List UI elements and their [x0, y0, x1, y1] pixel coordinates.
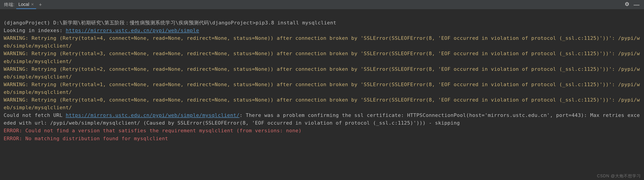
terminal-tab-local[interactable]: Local ✕ [16, 1, 36, 9]
terminal-label: 终端: [2, 2, 16, 8]
gear-icon[interactable] [624, 2, 630, 8]
close-icon[interactable]: ✕ [31, 2, 34, 7]
warning-line: WARNING: Retrying (Retry(total=4, connec… [4, 35, 640, 49]
watermark: CSDN @大炮不想学习 [597, 173, 641, 179]
terminal-tabbar: 终端: Local ✕ + — [0, 0, 644, 10]
error-line: ERROR: No matching distribution found fo… [4, 136, 168, 141]
fetch-fail-prefix: Could not fetch URL [4, 112, 66, 118]
fetch-fail-url-link[interactable]: https://mirrors.ustc.edu.cn/pypi/web/sim… [66, 112, 240, 118]
command-line: (djangoProject) D:\新学期\初期研究\第五阶段：慢性病预测系统… [4, 20, 336, 26]
add-tab-button[interactable]: + [36, 2, 44, 8]
index-prefix: Looking in indexes: [4, 28, 66, 33]
tab-label: Local [18, 2, 29, 7]
terminal-panel: 终端: Local ✕ + — (djangoProject) D:\新学期\初… [0, 0, 644, 180]
error-line: ERROR: Could not find a version that sat… [4, 128, 302, 133]
minimize-icon[interactable]: — [634, 2, 640, 8]
warning-line: WARNING: Retrying (Retry(total=3, connec… [4, 51, 640, 64]
warning-line: WARNING: Retrying (Retry(total=1, connec… [4, 82, 640, 95]
terminal-output[interactable]: (djangoProject) D:\新学期\初期研究\第五阶段：慢性病预测系统… [0, 10, 644, 180]
warning-line: WARNING: Retrying (Retry(total=0, connec… [4, 97, 640, 110]
warning-line: WARNING: Retrying (Retry(total=2, connec… [4, 66, 640, 80]
index-url-link[interactable]: https://mirrors.ustc.edu.cn/pypi/web/sim… [66, 28, 199, 33]
